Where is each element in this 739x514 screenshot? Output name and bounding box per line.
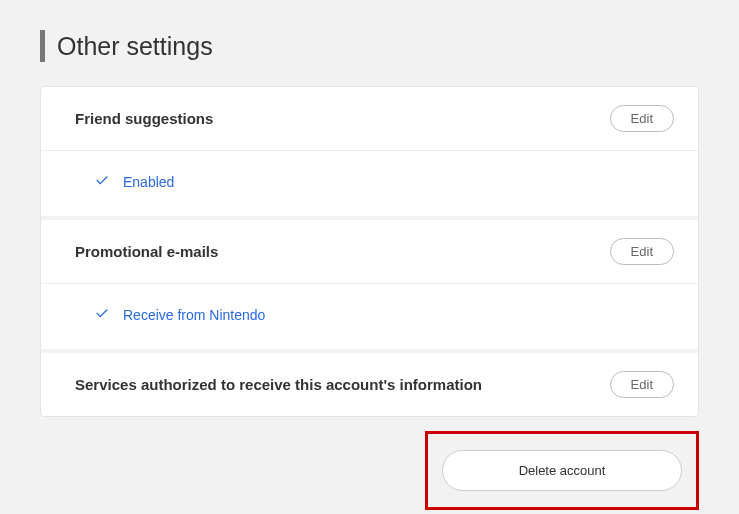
authorized-services-label: Services authorized to receive this acco… xyxy=(75,376,482,393)
friend-suggestions-label: Friend suggestions xyxy=(75,110,213,127)
check-icon xyxy=(95,306,109,323)
friend-suggestions-header: Friend suggestions Edit xyxy=(41,87,698,151)
delete-account-area: Delete account xyxy=(40,431,699,510)
authorized-services-header: Services authorized to receive this acco… xyxy=(41,353,698,416)
promotional-emails-label: Promotional e-mails xyxy=(75,243,218,260)
check-icon xyxy=(95,173,109,190)
promotional-emails-edit-button[interactable]: Edit xyxy=(610,238,674,265)
delete-account-button[interactable]: Delete account xyxy=(442,450,682,491)
authorized-services-edit-button[interactable]: Edit xyxy=(610,371,674,398)
settings-panel: Friend suggestions Edit Enabled Promotio… xyxy=(40,86,699,417)
friend-suggestions-value-row: Enabled xyxy=(41,151,698,220)
page-title-wrapper: Other settings xyxy=(40,30,699,62)
friend-suggestions-edit-button[interactable]: Edit xyxy=(610,105,674,132)
friend-suggestions-value[interactable]: Enabled xyxy=(123,174,174,190)
highlight-annotation-box: Delete account xyxy=(425,431,699,510)
title-accent-bar xyxy=(40,30,45,62)
promotional-emails-header: Promotional e-mails Edit xyxy=(41,220,698,284)
promotional-emails-value[interactable]: Receive from Nintendo xyxy=(123,307,265,323)
promotional-emails-value-row: Receive from Nintendo xyxy=(41,284,698,353)
page-title: Other settings xyxy=(57,32,213,61)
